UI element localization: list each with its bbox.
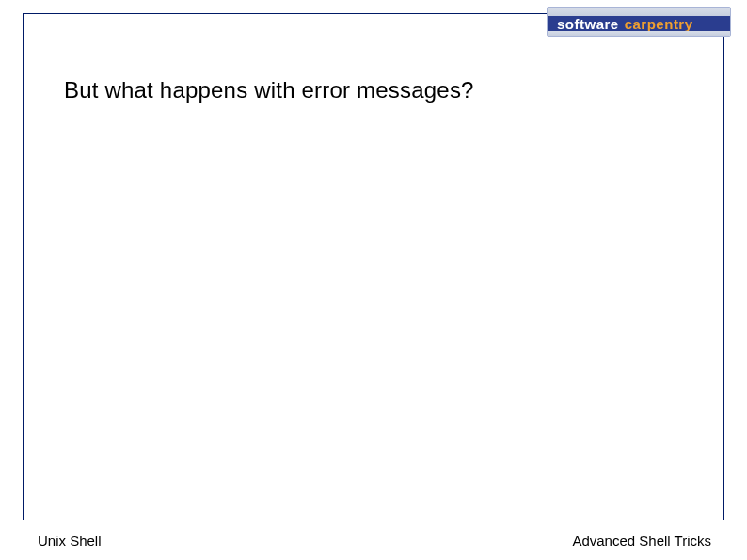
- footer-right-text: Advanced Shell Tricks: [572, 533, 711, 549]
- logo-word-software: software: [557, 16, 619, 32]
- logo-text-row: software carpentry: [548, 16, 730, 31]
- logo-word-carpentry: carpentry: [625, 16, 693, 32]
- footer-left-text: Unix Shell: [38, 533, 102, 549]
- logo-software-carpentry: software carpentry: [547, 7, 731, 37]
- slide-frame: [23, 13, 724, 520]
- logo-bottom-stripe: [548, 31, 730, 36]
